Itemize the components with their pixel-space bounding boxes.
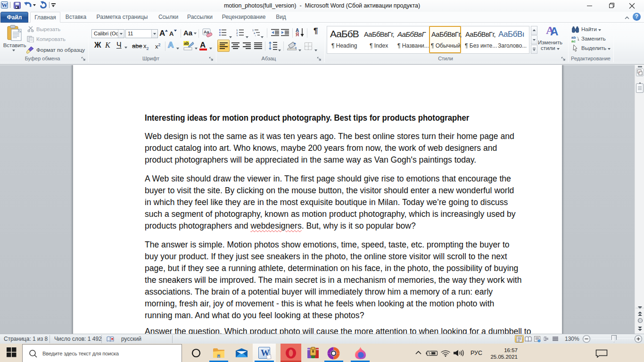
svg-text:ac: ac [571,39,576,42]
svg-text:i: i [255,34,256,37]
svg-text:3: 3 [236,34,238,37]
svg-text:ab: ab [184,41,189,46]
